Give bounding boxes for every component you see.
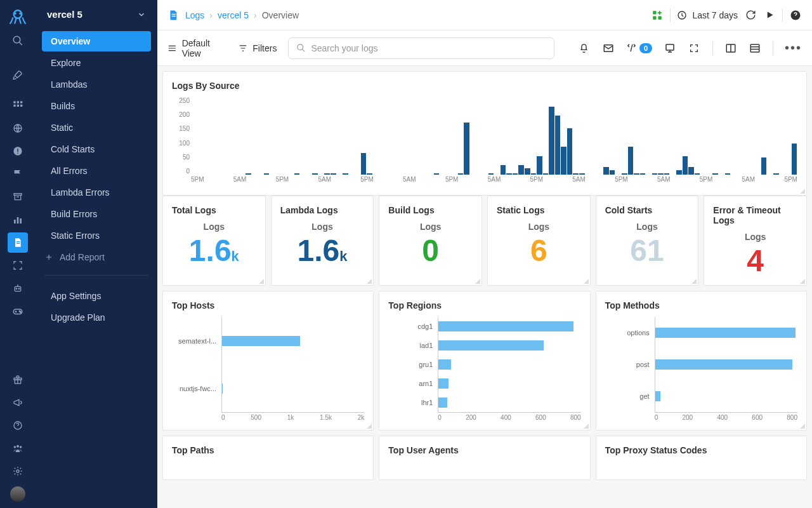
svg-rect-6 bbox=[20, 101, 22, 103]
menu-icon bbox=[167, 43, 177, 53]
add-widget-icon[interactable] bbox=[651, 9, 664, 22]
svg-point-31 bbox=[20, 446, 22, 448]
play-icon[interactable] bbox=[763, 9, 776, 22]
list-icon[interactable] bbox=[749, 41, 761, 55]
time-range-selector[interactable]: Last 7 days bbox=[677, 10, 738, 20]
svg-rect-15 bbox=[14, 220, 16, 224]
search-icon[interactable] bbox=[8, 30, 28, 51]
sidebar-item-builds[interactable]: Builds bbox=[42, 96, 151, 116]
kpi-lambda-logs: Lambda LogsLogs1.6k bbox=[271, 196, 374, 286]
svg-rect-5 bbox=[17, 101, 19, 103]
svg-point-30 bbox=[14, 446, 16, 448]
sidebar-item-upgrade-plan[interactable]: Upgrade Plan bbox=[42, 307, 151, 328]
filters-button[interactable]: Filters bbox=[239, 43, 277, 53]
logs-icon[interactable] bbox=[8, 232, 28, 253]
svg-rect-14 bbox=[14, 194, 22, 196]
crumb-logs[interactable]: Logs bbox=[185, 10, 204, 20]
view-selector[interactable]: Default View bbox=[167, 38, 227, 58]
expand-icon[interactable] bbox=[688, 41, 700, 55]
more-icon[interactable]: ••• bbox=[785, 41, 802, 55]
sidebar-item-static-errors[interactable]: Static Errors bbox=[42, 225, 151, 246]
svg-rect-42 bbox=[666, 44, 674, 50]
sidebar-item-app-settings[interactable]: App Settings bbox=[42, 286, 151, 306]
svg-point-25 bbox=[20, 312, 22, 313]
svg-rect-16 bbox=[17, 217, 19, 224]
mail-icon[interactable] bbox=[602, 41, 615, 55]
toolbar: Default View Filters 0 ••• bbox=[157, 30, 812, 66]
svg-rect-18 bbox=[16, 241, 20, 242]
svg-point-29 bbox=[16, 445, 19, 448]
fullscreen-icon[interactable] bbox=[8, 255, 28, 276]
robot-icon[interactable] bbox=[8, 278, 28, 298]
sidebar-item-static[interactable]: Static bbox=[42, 117, 151, 138]
flag-icon[interactable] bbox=[8, 164, 28, 184]
kpi-error-timeout-logs: Error & Timeout LogsLogs4 bbox=[704, 196, 807, 286]
anomaly-button[interactable]: 0 bbox=[626, 43, 652, 53]
svg-rect-9 bbox=[20, 105, 22, 107]
sidebar-item-cold-starts[interactable]: Cold Starts bbox=[42, 139, 151, 159]
refresh-icon[interactable] bbox=[744, 9, 757, 22]
panel-top-regions: Top Regions cdg1iad1gru1arn1lhr102004006… bbox=[379, 291, 590, 431]
split-icon[interactable] bbox=[724, 41, 737, 55]
sidebar-item-lambda-errors[interactable]: Lambda Errors bbox=[42, 182, 151, 203]
crumb-project[interactable]: vercel 5 bbox=[218, 10, 249, 20]
svg-rect-34 bbox=[172, 15, 176, 17]
team-icon[interactable] bbox=[8, 438, 28, 458]
megaphone-icon[interactable] bbox=[8, 392, 28, 413]
help-topbar-icon[interactable] bbox=[789, 9, 802, 22]
chart-icon[interactable] bbox=[8, 210, 28, 230]
panel-top-methods: Top Methods optionspostget0200400600800 bbox=[596, 291, 807, 431]
panel-top-paths: Top Paths bbox=[162, 436, 374, 480]
svg-rect-4 bbox=[13, 101, 15, 103]
kpi-static-logs: Static LogsLogs6 bbox=[487, 196, 591, 286]
sidebar-item-build-errors[interactable]: Build Errors bbox=[42, 204, 151, 224]
bell-icon[interactable] bbox=[577, 41, 590, 55]
rocket-icon[interactable] bbox=[8, 65, 28, 85]
page-icon bbox=[167, 10, 179, 21]
project-selector[interactable]: vercel 5 bbox=[36, 0, 157, 29]
sidebar-item-overview[interactable]: Overview bbox=[42, 31, 151, 51]
kpi-total-logs: Total LogsLogs1.6k bbox=[162, 196, 266, 286]
svg-rect-36 bbox=[653, 16, 657, 19]
svg-rect-12 bbox=[17, 149, 18, 152]
svg-point-32 bbox=[16, 470, 19, 472]
svg-rect-17 bbox=[20, 218, 22, 224]
gear-icon[interactable] bbox=[8, 461, 28, 481]
app-logo[interactable] bbox=[8, 6, 27, 25]
grid-icon[interactable] bbox=[8, 95, 28, 116]
gift-icon[interactable] bbox=[8, 370, 28, 390]
avatar[interactable] bbox=[10, 486, 25, 502]
svg-point-3 bbox=[13, 36, 20, 43]
sidebar-item-all-errors[interactable]: All Errors bbox=[42, 161, 151, 181]
svg-rect-37 bbox=[658, 16, 662, 19]
svg-rect-13 bbox=[17, 153, 18, 154]
filter-icon bbox=[239, 44, 247, 53]
svg-rect-33 bbox=[172, 13, 176, 15]
svg-point-2 bbox=[19, 13, 21, 15]
panel-top-user-agents: Top User Agents bbox=[379, 436, 590, 480]
plus-icon bbox=[44, 253, 53, 262]
sidebar-item-lambdas[interactable]: Lambdas bbox=[42, 74, 151, 95]
download-icon[interactable] bbox=[664, 41, 676, 55]
clock-icon bbox=[677, 10, 687, 20]
search-input[interactable] bbox=[288, 37, 554, 59]
archive-icon[interactable] bbox=[8, 187, 28, 207]
add-report-button[interactable]: Add Report bbox=[36, 247, 157, 267]
help-icon[interactable] bbox=[8, 415, 28, 436]
project-name: vercel 5 bbox=[47, 9, 82, 20]
breadcrumb: Logs › vercel 5 › Overview bbox=[185, 10, 299, 20]
svg-point-21 bbox=[16, 288, 16, 289]
crumb-current: Overview bbox=[262, 10, 299, 20]
chevron-down-icon bbox=[137, 10, 146, 19]
alert-icon[interactable] bbox=[8, 141, 28, 161]
svg-rect-35 bbox=[653, 11, 657, 14]
globe-icon[interactable] bbox=[8, 118, 28, 138]
dashboard-content: Logs By Source 250200150100500 5PM5AM5PM… bbox=[157, 66, 812, 508]
sidebar-item-explore[interactable]: Explore bbox=[42, 53, 151, 73]
search-field-icon bbox=[296, 43, 306, 53]
sidebar: vercel 5 OverviewExploreLambdasBuildsSta… bbox=[36, 0, 157, 508]
svg-rect-7 bbox=[13, 105, 15, 107]
svg-rect-8 bbox=[17, 105, 19, 107]
panel-title: Logs By Source bbox=[172, 81, 797, 91]
gamepad-icon[interactable] bbox=[8, 301, 28, 321]
